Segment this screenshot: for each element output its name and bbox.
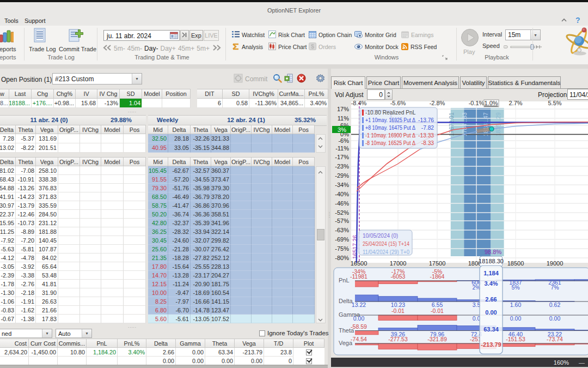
windows-button-option-chain[interactable]: Option Chain (309, 31, 352, 39)
totals-header[interactable]: Delta (146, 339, 176, 348)
chain-header[interactable]: IVChg (80, 157, 101, 166)
reports-icon[interactable] (0, 28, 14, 44)
close-position-icon[interactable] (297, 74, 306, 84)
windows-button-rss-feed[interactable]: RSS Feed (401, 43, 437, 51)
tab-price-chart[interactable]: Price Chart (366, 76, 401, 88)
stats-header[interactable]: DIT (197, 89, 223, 99)
rewind-icon[interactable] (103, 44, 113, 52)
menu-support[interactable]: Support (24, 17, 46, 24)
scroll-down-icon[interactable] (318, 144, 323, 149)
exp-button[interactable]: Exp (189, 30, 203, 41)
scrollbar-thumb[interactable] (317, 229, 324, 240)
nav-day-plus[interactable]: Day+ (161, 45, 176, 52)
chain-header[interactable]: Model (101, 157, 124, 166)
totals-header[interactable]: T/D (264, 339, 293, 348)
tab-statistics-fundamentals[interactable]: Statistics & Fundamentals (488, 76, 561, 88)
chain-header[interactable]: Theta (191, 157, 211, 166)
chain-header[interactable]: Vega (211, 125, 231, 134)
chain-header[interactable]: IVChg (252, 125, 272, 134)
interval-select[interactable]: 15m ▾ (505, 29, 541, 40)
totals-header[interactable]: Cost (0, 339, 29, 348)
chain-header[interactable]: Model (101, 125, 124, 134)
chain-header[interactable]: Delta (0, 157, 16, 166)
chain-header[interactable]: OrigP... (231, 125, 252, 134)
chain-header[interactable]: Mid (148, 157, 168, 166)
nav-5m-plus[interactable]: 5m+ (197, 45, 210, 52)
stats-header[interactable]: Chg% (54, 89, 76, 99)
chain-header[interactable]: Pos (124, 157, 146, 166)
commit-trade-button[interactable]: Commit Trade (59, 46, 96, 52)
help-icon[interactable]: ? (575, 16, 582, 26)
nav-45m-plus[interactable]: 45m+ (178, 45, 194, 52)
tab-risk-chart[interactable]: Risk Chart (331, 76, 365, 89)
totals-header[interactable]: Theta (205, 339, 235, 348)
stats-header[interactable]: Model (142, 89, 162, 99)
nav-45m-minus[interactable]: 45m- (127, 45, 142, 52)
nav-5m-minus[interactable]: 5m- (114, 45, 125, 52)
commit-button[interactable]: Commit (245, 75, 267, 83)
stats-header[interactable]: IVChg% (249, 89, 278, 99)
totals-header[interactable]: Curr Cost (29, 339, 58, 348)
totals-header[interactable]: Vega (235, 339, 264, 348)
chain-header[interactable]: Pos (293, 157, 315, 166)
stats-header[interactable]: IV Chg (97, 89, 120, 99)
scroll-down-icon[interactable] (318, 316, 323, 321)
splitter-grip[interactable]: ..... (124, 108, 140, 113)
next-expiration-icon[interactable] (180, 30, 189, 41)
mode-select[interactable]: Auto▾ (56, 329, 92, 338)
stats-header[interactable]: Chg (32, 89, 54, 99)
windows-button-analysis[interactable]: Analysis (232, 43, 263, 51)
windows-button-watchlist[interactable]: Watchlist (232, 31, 265, 39)
totals-header[interactable]: PnL% (118, 339, 146, 348)
chain-header[interactable]: Vega (36, 125, 58, 134)
chain-header[interactable]: Vega (211, 157, 231, 166)
nav-day-minus[interactable]: Day- (144, 45, 158, 52)
strategy-select[interactable]: ned▾ (0, 329, 52, 338)
chain-header[interactable]: Pos (293, 125, 315, 134)
windows-button-risk-chart[interactable]: Risk Chart (268, 31, 305, 39)
windows-button-orders[interactable]: $Orders (309, 43, 336, 51)
chain-header[interactable]: Model (272, 125, 293, 134)
windows-button-monitor-grid[interactable]: Monitor Grid (354, 31, 396, 39)
scrollbar[interactable] (316, 166, 326, 323)
chain-header[interactable]: OrigP... (58, 157, 80, 166)
current-price-dot[interactable] (489, 127, 494, 131)
chain-header[interactable]: Pos (124, 125, 146, 134)
chain-header[interactable]: IVChg (252, 157, 272, 166)
ribbon-collapse-icon[interactable] (561, 18, 568, 23)
windows-button-monitor-dock[interactable]: Monitor Dock (354, 43, 399, 51)
stats-header[interactable]: SD (223, 89, 249, 99)
chain-header[interactable]: Theta (191, 125, 211, 134)
totals-header[interactable]: Plot (293, 339, 324, 348)
commit-trade-icon[interactable] (69, 28, 83, 43)
totals-header[interactable]: Gamma (176, 339, 205, 348)
stats-header[interactable]: CurrMa... (278, 89, 305, 99)
totals-header[interactable]: Commis... (58, 339, 87, 348)
chain-header[interactable]: Vega (36, 157, 58, 166)
trade-log-button[interactable]: Trade Log (29, 46, 56, 52)
search-icon[interactable] (273, 74, 282, 84)
stats-header[interactable]: w (0, 89, 9, 99)
stats-header[interactable]: Last (9, 89, 32, 99)
stats-header[interactable]: Position (162, 89, 191, 99)
speed-slider[interactable] (504, 44, 542, 51)
totals-header[interactable]: PnL (87, 339, 118, 348)
gear-icon[interactable] (316, 74, 325, 84)
title-bar[interactable]: OptionNET Explorer (0, 2, 588, 15)
chain-header[interactable]: Delta (168, 157, 191, 166)
chain-header[interactable]: Theta (16, 125, 36, 134)
stats-header[interactable]: PnL% (305, 89, 328, 99)
chain-header[interactable]: Model (272, 157, 293, 166)
splitter-grip[interactable]: ..... (124, 324, 140, 329)
chain-header[interactable]: OrigP... (58, 125, 80, 134)
tab-volatility[interactable]: Volatility (460, 76, 487, 88)
tab-movement-analysis[interactable]: Movement Analysis (402, 76, 459, 88)
chain-header[interactable]: IVChg (80, 125, 101, 134)
menu-tools[interactable]: Tools (4, 17, 19, 24)
trading-date-field[interactable]: ju. 11 abr. 2024 (103, 30, 180, 41)
live-button[interactable]: LIVE (204, 30, 219, 41)
scroll-up-icon[interactable] (318, 137, 323, 141)
reports-button[interactable]: Reports (0, 46, 16, 52)
position-select[interactable]: #213 Custom ▾ (52, 73, 142, 85)
chain-header[interactable]: Delta (0, 125, 16, 134)
